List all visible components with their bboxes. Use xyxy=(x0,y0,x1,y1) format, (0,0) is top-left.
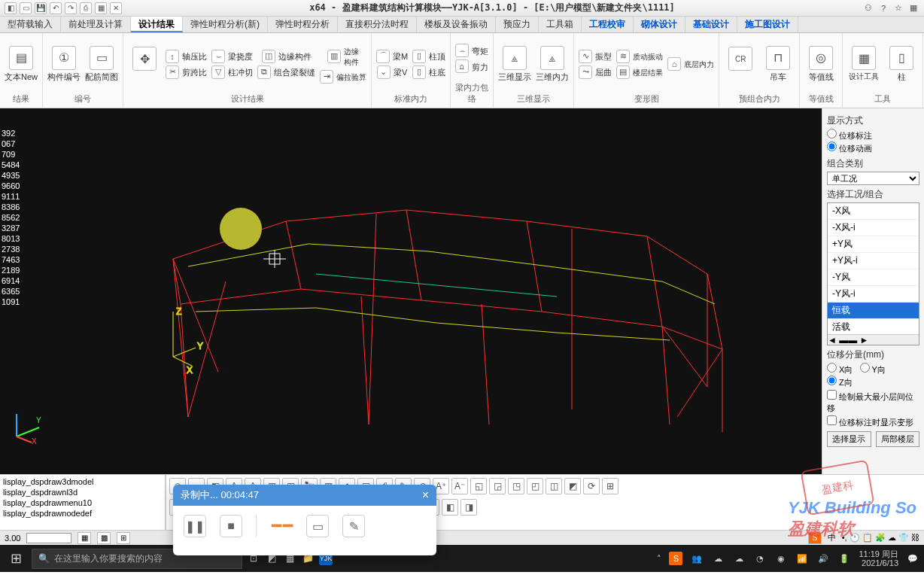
case-item[interactable]: +Y风 xyxy=(828,236,919,253)
taskbar-clock[interactable]: 11:19 周日 2021/6/13 xyxy=(859,549,898,567)
btn-beam-deflection[interactable]: ⌣梁挠度 xyxy=(211,50,253,63)
btn-select-display[interactable]: 选择显示 xyxy=(827,431,871,447)
help-icon[interactable]: ? xyxy=(877,2,889,14)
recorder-pen-icon[interactable]: ✎ xyxy=(342,515,365,537)
tab-construction[interactable]: 施工图设计 xyxy=(737,17,798,32)
tool-icon[interactable]: ◧ xyxy=(442,499,458,516)
tab-elastic-new[interactable]: 弹性时程分析(新) xyxy=(183,17,268,32)
recorder-stop-icon[interactable]: ■ xyxy=(220,515,242,537)
tray-icon[interactable]: ◉ xyxy=(774,552,788,565)
cube-icon[interactable]: ◲ xyxy=(489,478,506,494)
tab-toolbox[interactable]: 工具箱 xyxy=(539,17,582,32)
radio-disp-label-input[interactable] xyxy=(827,129,837,138)
btn-envelope-v[interactable]: ⩍剪力 xyxy=(455,59,488,73)
qat-redo-icon[interactable]: ↷ xyxy=(65,2,77,14)
btn-beam-m[interactable]: ⌒梁M xyxy=(376,50,408,63)
radio-x[interactable]: X向 xyxy=(827,363,853,376)
qat-print-icon[interactable]: ⎙ xyxy=(80,2,92,14)
sogou-tray-icon[interactable]: S xyxy=(669,552,682,565)
btn-col-bot[interactable]: ▯柱底 xyxy=(412,65,445,79)
btn-column-punch[interactable]: ▽柱冲切 xyxy=(211,65,253,79)
tool-icon[interactable]: A⁻ xyxy=(451,478,468,494)
case-item[interactable]: +Y风-i xyxy=(828,253,919,269)
tab-prestress[interactable]: 预应力 xyxy=(496,17,539,32)
btn-col-top[interactable]: ▯柱顶 xyxy=(412,50,445,63)
onedrive-icon[interactable]: ☁ xyxy=(732,552,746,565)
tray-icon[interactable]: ◔ xyxy=(753,552,767,565)
status-grid-icon[interactable]: ▦ xyxy=(78,532,91,544)
case-listbox[interactable]: -X风 -X风-i +Y风 +Y风-i -Y风 -Y风-i 恒载 活载 ◄ ▬▬… xyxy=(827,202,919,345)
radio-disp-anim-input[interactable] xyxy=(827,141,837,151)
listbox-scrollbar[interactable]: ◄ ▬▬ ► xyxy=(828,334,919,345)
cube-icon[interactable]: ◳ xyxy=(508,478,524,494)
recorder-marker-icon[interactable]: ━ ━ xyxy=(270,515,293,537)
btn-contour[interactable]: ◎等值线 xyxy=(804,46,837,83)
btn-column-tool[interactable]: ▯柱 xyxy=(885,46,918,83)
tab-masonry[interactable]: 砌体设计 xyxy=(634,17,685,32)
btn-tension-check[interactable]: ⇥偏拉验算 xyxy=(320,70,366,84)
btn-beam-v[interactable]: ⌄梁V xyxy=(376,65,408,79)
case-item[interactable]: 活载 xyxy=(828,319,919,336)
people-icon[interactable]: 👥 xyxy=(690,552,704,565)
qat-undo-icon[interactable]: ↶ xyxy=(50,2,62,14)
btn-design-tool[interactable]: ▦设计工具 xyxy=(847,46,880,82)
btn-rebar-diagram[interactable]: ▭配筋简图 xyxy=(85,46,118,83)
radio-disp-anim[interactable]: 位移动画 xyxy=(827,141,872,154)
recorder-close-icon[interactable]: × xyxy=(422,488,429,502)
case-item[interactable]: -Y风 xyxy=(828,269,919,286)
refresh-icon[interactable]: ⟳ xyxy=(583,478,600,494)
tab-model-load[interactable]: 型荷载输入 xyxy=(0,17,61,32)
btn-member-id[interactable]: ①构件编号 xyxy=(47,46,81,83)
qat-save-icon[interactable]: 💾 xyxy=(35,2,47,14)
cube-icon[interactable]: ◱ xyxy=(470,478,487,494)
status-ortho-icon[interactable]: ⊞ xyxy=(117,532,130,544)
tab-review[interactable]: 工程校审 xyxy=(582,17,634,32)
tab-direct-integration[interactable]: 直接积分法时程 xyxy=(338,17,417,32)
cube-icon[interactable]: ◰ xyxy=(527,478,543,494)
wifi-icon[interactable]: 📶 xyxy=(795,552,809,565)
recorder-clip-icon[interactable]: ▭ xyxy=(306,515,329,537)
tab-foundation[interactable]: 基础设计 xyxy=(685,17,737,32)
btn-base-force[interactable]: ⌂底层内力 xyxy=(667,57,714,71)
btn-3d-display[interactable]: ⟁三维显示 xyxy=(498,46,531,83)
chk-show-deform[interactable]: 位移标注时显示变形 xyxy=(827,415,919,428)
btn-envelope-m[interactable]: ⌢弯矩 xyxy=(455,44,488,57)
btn-edge-member[interactable]: ◫边缘构件 xyxy=(257,50,315,63)
notification-icon[interactable]: 💬 xyxy=(906,552,919,565)
btn-shear-span[interactable]: ✂剪跨比 xyxy=(166,65,207,79)
case-item[interactable]: -X风 xyxy=(828,203,919,220)
qat-new-icon[interactable]: ▦ xyxy=(95,2,107,14)
tab-preprocess[interactable]: 前处理及计算 xyxy=(61,17,131,32)
btn-composite-crack[interactable]: ⧉组合梁裂缝 xyxy=(257,65,315,79)
btn-crane[interactable]: ⊓吊车 xyxy=(761,46,795,83)
tray-up-icon[interactable]: ˄ xyxy=(657,554,661,564)
btn-buckling[interactable]: ⤳屈曲 xyxy=(579,65,612,79)
status-snap-icon[interactable]: ▩ xyxy=(97,532,111,544)
case-item[interactable]: -X风-i xyxy=(828,220,919,236)
radio-disp-label[interactable]: 位移标注 xyxy=(827,129,872,141)
btn-edge-member2[interactable]: ▥边缘构件 xyxy=(320,45,366,68)
btn-mass-vib[interactable]: ≋质动振动 xyxy=(616,50,663,63)
menu-icon[interactable]: ▦ xyxy=(907,2,919,14)
qat-close-icon[interactable]: ✕ xyxy=(110,2,122,14)
btn-3d-force[interactable]: ⟁三维内力 xyxy=(536,46,569,83)
volume-icon[interactable]: 🔊 xyxy=(816,552,830,565)
btn-mode-shape[interactable]: ∿振型 xyxy=(579,50,612,63)
tool-icon[interactable]: ◨ xyxy=(460,499,477,516)
case-item[interactable]: -Y风-i xyxy=(828,286,919,303)
qat-open-icon[interactable]: ▭ xyxy=(20,2,32,14)
tab-design-results[interactable]: 设计结果 xyxy=(131,17,183,32)
cube-icon[interactable]: ◩ xyxy=(564,478,581,494)
recorder-pause-icon[interactable]: ❚❚ xyxy=(184,515,206,537)
status-input[interactable] xyxy=(26,533,71,543)
qat-app-icon[interactable]: ◧ xyxy=(5,2,17,14)
radio-y[interactable]: Y向 xyxy=(860,363,886,376)
cube-icon[interactable]: ◫ xyxy=(546,478,562,494)
battery-icon[interactable]: 🔋 xyxy=(837,552,851,565)
btn-axial-ratio[interactable]: ↕轴压比 xyxy=(166,50,207,63)
screen-recorder-overlay[interactable]: 录制中... 00:04:47 × ❚❚ ■ ━ ━ ▭ ✎ xyxy=(173,485,436,555)
start-button-icon[interactable]: ⊞ xyxy=(5,547,27,570)
tab-floor-vibration[interactable]: 楼板及设备振动 xyxy=(417,17,496,32)
comb-type-select[interactable]: 单工况 xyxy=(827,172,919,185)
radio-z[interactable]: Z向 xyxy=(827,376,853,388)
